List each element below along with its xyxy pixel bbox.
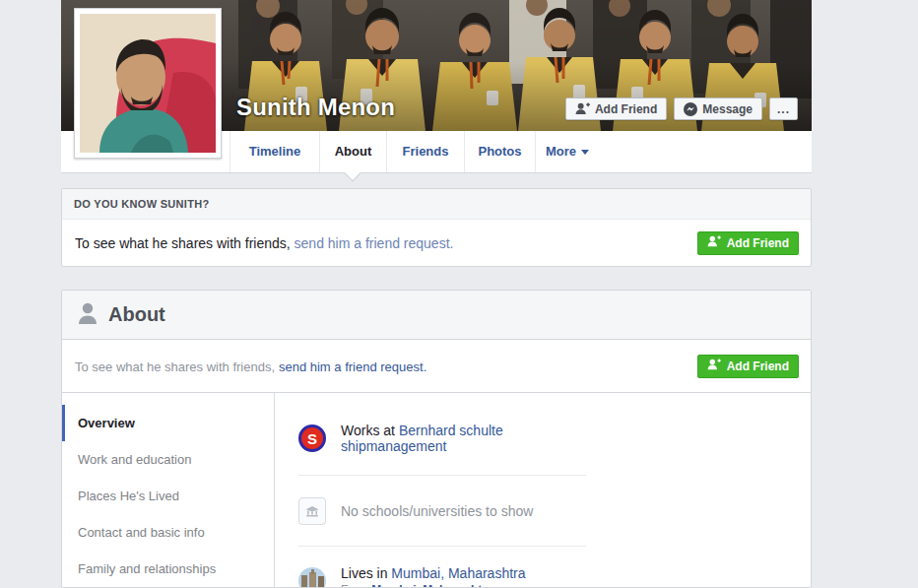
from-city-link[interactable]: Mumbai, Maharashtra bbox=[371, 583, 492, 588]
city-photo-icon bbox=[298, 567, 326, 588]
employer-logo-icon[interactable]: S bbox=[298, 425, 326, 452]
tab-friends[interactable]: Friends bbox=[386, 131, 464, 172]
sidebar-item-places-lived[interactable]: Places He's Lived bbox=[62, 478, 274, 514]
prompt-static-text: To see what he shares with friends, bbox=[75, 359, 275, 374]
sidebar-item-family-relationships[interactable]: Family and relationships bbox=[62, 551, 274, 587]
employer-logo-letter: S bbox=[307, 430, 317, 447]
profile-name: Sunith Menon bbox=[236, 94, 395, 121]
overview-pane: S Works at Bernhard schulte shipmanageme… bbox=[275, 393, 811, 588]
add-friend-button-green[interactable]: Add Friend bbox=[697, 355, 799, 378]
more-options-button[interactable]: ... bbox=[769, 98, 798, 120]
tab-timeline[interactable]: Timeline bbox=[230, 131, 319, 172]
send-friend-request-link[interactable]: send him a friend request. bbox=[295, 235, 454, 251]
add-friend-icon bbox=[707, 359, 721, 373]
sidebar-item-overview[interactable]: Overview bbox=[62, 405, 274, 441]
prompt-static-text: To see what he shares with friends, bbox=[75, 235, 291, 251]
about-friend-prompt-row: To see what he shares with friends, send… bbox=[62, 340, 811, 393]
lives-city-link[interactable]: Mumbai, Maharashtra bbox=[391, 565, 525, 581]
sidebar-item-contact-basic-info[interactable]: Contact and basic info bbox=[62, 514, 274, 551]
add-friend-button[interactable]: Add Friend bbox=[565, 98, 667, 120]
send-friend-request-link[interactable]: send him a friend request. bbox=[279, 359, 426, 374]
sidebar-item-work-education[interactable]: Work and education bbox=[62, 441, 274, 478]
add-friend-label: Add Friend bbox=[727, 236, 789, 250]
do-you-know-header: DO YOU KNOW SUNITH? bbox=[62, 189, 811, 220]
about-card: About To see what he shares with friends… bbox=[61, 290, 812, 588]
profile-picture[interactable] bbox=[74, 8, 222, 159]
about-title: About bbox=[108, 303, 165, 326]
lives-in-prefix: Lives in bbox=[341, 565, 391, 581]
person-icon bbox=[78, 301, 98, 329]
message-button[interactable]: Message bbox=[674, 98, 762, 120]
school-icon bbox=[298, 497, 326, 525]
do-you-know-body: To see what he shares with friends, send… bbox=[62, 220, 811, 266]
places-text: Lives in Mumbai, Maharashtra From Mumbai… bbox=[341, 565, 526, 588]
messenger-icon bbox=[684, 102, 697, 116]
add-friend-icon bbox=[575, 102, 590, 115]
about-sidebar: Overview Work and education Places He's … bbox=[62, 393, 275, 588]
tab-photos[interactable]: Photos bbox=[464, 131, 535, 172]
add-friend-button-green[interactable]: Add Friend bbox=[697, 231, 799, 255]
add-friend-label: Add Friend bbox=[595, 102, 657, 116]
work-row: S Works at Bernhard schulte shipmanageme… bbox=[298, 413, 586, 476]
add-friend-icon bbox=[707, 235, 721, 250]
works-at-prefix: Works at bbox=[341, 423, 399, 438]
about-header: About bbox=[62, 291, 811, 340]
tab-more[interactable]: More bbox=[535, 131, 599, 172]
friend-prompt-text: To see what he shares with friends, send… bbox=[75, 359, 426, 374]
add-friend-label: Add Friend bbox=[727, 359, 789, 373]
chevron-down-icon bbox=[581, 150, 589, 155]
tab-more-label: More bbox=[546, 144, 576, 159]
do-you-know-card: DO YOU KNOW SUNITH? To see what he share… bbox=[61, 188, 812, 267]
education-empty-text: No schools/universities to show bbox=[341, 503, 533, 519]
ellipsis-icon: ... bbox=[777, 102, 790, 116]
education-row: No schools/universities to show bbox=[298, 476, 586, 547]
profile-page: Sunith Menon Add Friend Message ... bbox=[61, 0, 812, 588]
places-row: Lives in Mumbai, Maharashtra From Mumbai… bbox=[298, 547, 586, 588]
message-label: Message bbox=[702, 102, 753, 116]
work-text: Works at Bernhard schulte shipmanagement bbox=[341, 423, 586, 454]
about-content: Overview Work and education Places He's … bbox=[62, 393, 811, 588]
friend-prompt-text: To see what he shares with friends, send… bbox=[75, 235, 453, 251]
cover-action-buttons: Add Friend Message ... bbox=[565, 98, 798, 120]
from-prefix: From bbox=[341, 583, 371, 588]
